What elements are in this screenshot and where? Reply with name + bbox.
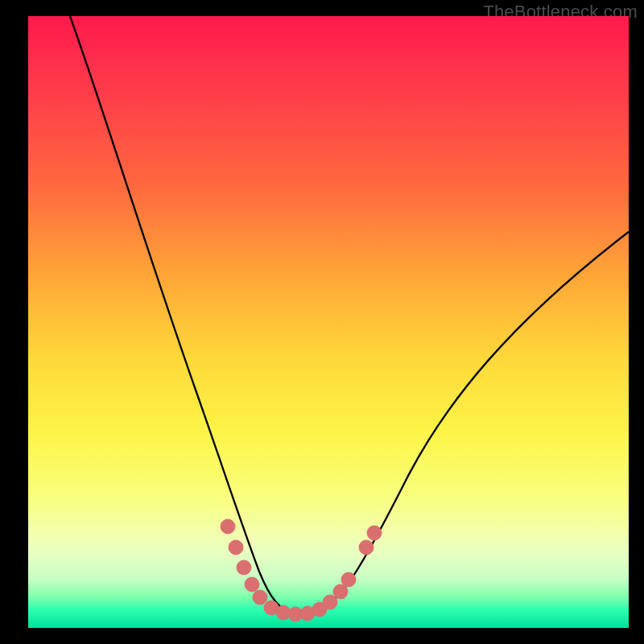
marker-dot [253, 590, 267, 605]
plot-area [28, 16, 629, 628]
marker-dot [367, 526, 382, 540]
marker-dot [245, 577, 259, 592]
marker-dot [221, 519, 235, 534]
marker-dot [341, 572, 356, 587]
chart-svg [28, 16, 629, 628]
marker-dot [237, 560, 251, 575]
marker-dot [359, 540, 374, 555]
marker-dot [229, 540, 243, 555]
outer-frame: TheBottleneck.com [0, 0, 644, 644]
bottleneck-curve [70, 16, 629, 613]
